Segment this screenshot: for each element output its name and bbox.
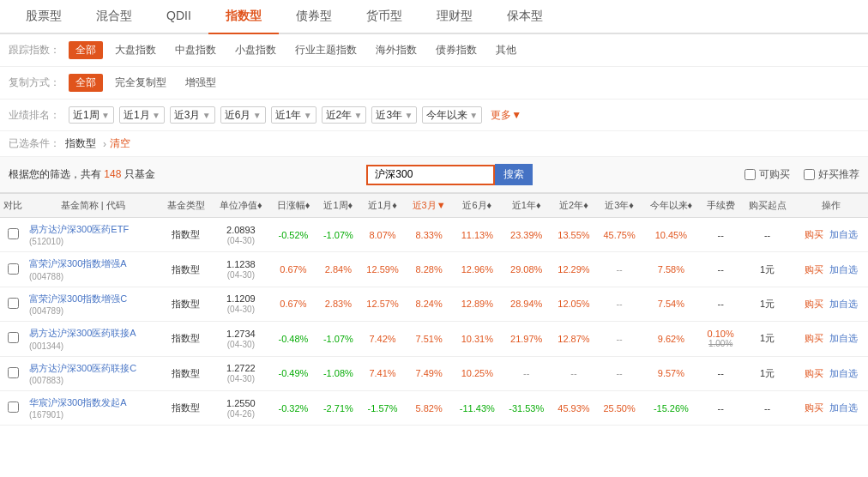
tab-index[interactable]: 指数型 (208, 0, 279, 34)
compare-checkbox-1[interactable] (8, 263, 19, 275)
add-watchlist-link[interactable]: 加自选 (829, 402, 858, 413)
recommend-label: 好买推荐 (818, 167, 859, 182)
buy-link[interactable]: 购买 (805, 402, 823, 413)
buyable-check[interactable]: 可购买 (744, 167, 790, 182)
replication-all-btn[interactable]: 全部 (69, 74, 103, 92)
compare-checkbox-2[interactable] (8, 298, 19, 309)
m3-cell: 7.51% (406, 322, 453, 356)
add-watchlist-link[interactable]: 加自选 (829, 333, 858, 343)
th-1w[interactable]: 近1周♦ (316, 194, 359, 218)
compare-checkbox-cell[interactable] (0, 287, 26, 321)
compare-checkbox-5[interactable] (8, 402, 19, 413)
period-6m-select[interactable]: 近6月 ▼ (220, 106, 266, 124)
add-watchlist-link[interactable]: 加自选 (829, 299, 858, 309)
compare-checkbox-4[interactable] (8, 367, 19, 378)
fund-name-cell: 易方达沪深300医药联接A (001344) (26, 322, 160, 356)
buyable-checkbox[interactable] (744, 169, 756, 180)
fund-code: (004789) (29, 306, 63, 316)
tracking-mid-btn[interactable]: 中盘指数 (168, 41, 223, 59)
th-compare: 对比 (0, 194, 26, 218)
period-6m-dropdown[interactable]: 近6月 (225, 109, 251, 121)
period-3m-select[interactable]: 近3月 ▼ (170, 106, 215, 124)
buy-link[interactable]: 购买 (805, 368, 823, 378)
fund-name-cell: 易方达沪深300医药联接C (007883) (26, 356, 160, 390)
search-button[interactable]: 搜索 (495, 164, 533, 185)
compare-checkbox-cell[interactable] (0, 390, 26, 425)
replication-row: 复制方式： 全部 完全复制型 增强型 (0, 67, 868, 100)
add-watchlist-link[interactable]: 加自选 (829, 368, 858, 378)
fund-name-link[interactable]: 富荣沪深300指数增强C (29, 293, 127, 304)
m3-cell: 7.49% (406, 356, 453, 390)
tracking-small-btn[interactable]: 小盘指数 (228, 41, 283, 59)
th-6m[interactable]: 近6月♦ (453, 194, 502, 218)
tracking-other-btn[interactable]: 其他 (489, 41, 523, 59)
th-ytd[interactable]: 今年以来♦ (642, 194, 701, 218)
th-3y[interactable]: 近3年♦ (597, 194, 642, 218)
tracking-sector-btn[interactable]: 行业主题指数 (288, 41, 364, 59)
th-day-change[interactable]: 日涨幅♦ (270, 194, 317, 218)
tab-mixed[interactable]: 混合型 (79, 0, 149, 33)
compare-checkbox-cell[interactable] (0, 356, 26, 390)
period-1w-select[interactable]: 近1周 ▼ (69, 106, 114, 124)
fund-type-cell: 指数型 (160, 390, 212, 425)
fund-name-link[interactable]: 易方达沪深300医药联接C (29, 363, 136, 373)
tracking-large-btn[interactable]: 大盘指数 (108, 41, 163, 59)
period-3y-dropdown[interactable]: 近3年 (376, 109, 402, 121)
action-cell: 购买 加自选 (793, 322, 868, 356)
compare-checkbox-cell[interactable] (0, 252, 26, 287)
fund-name-link[interactable]: 易方达沪深300医药ETF (29, 224, 129, 234)
tab-stock[interactable]: 股票型 (9, 0, 79, 33)
period-1m-dropdown[interactable]: 近1月 (124, 109, 150, 121)
buy-link[interactable]: 购买 (805, 299, 823, 309)
tracking-bond-btn[interactable]: 债券指数 (429, 41, 484, 59)
period-3m-dropdown[interactable]: 近3月 (174, 109, 201, 121)
period-1y-dropdown[interactable]: 近1年 (275, 109, 302, 121)
tab-currency[interactable]: 货币型 (349, 0, 419, 33)
tracking-overseas-btn[interactable]: 海外指数 (369, 41, 424, 59)
recommend-checkbox[interactable] (804, 169, 815, 180)
th-nav[interactable]: 单位净值♦ (212, 194, 270, 218)
tab-financial[interactable]: 理财型 (419, 0, 490, 33)
th-1y[interactable]: 近1年♦ (502, 194, 551, 218)
tab-capital[interactable]: 保本型 (490, 0, 560, 33)
fund-name-link[interactable]: 易方达沪深300医药联接A (29, 328, 136, 338)
period-1w-dropdown[interactable]: 近1周 (73, 109, 99, 121)
tab-qdii[interactable]: QDII (149, 0, 208, 33)
fund-name-link[interactable]: 华宸沪深300指数发起A (29, 397, 127, 408)
compare-checkbox-cell[interactable] (0, 218, 26, 252)
compare-checkbox-3[interactable] (8, 332, 19, 343)
replication-full-btn[interactable]: 完全复制型 (108, 74, 173, 92)
th-2y[interactable]: 近2年♦ (551, 194, 596, 218)
buy-link[interactable]: 购买 (805, 229, 823, 239)
compare-checkbox-cell[interactable] (0, 322, 26, 356)
period-1m-select[interactable]: 近1月 ▼ (119, 106, 165, 124)
fund-name-link[interactable]: 富荣沪深300指数增强A (29, 258, 127, 269)
period-3y-select[interactable]: 近3年 ▼ (371, 106, 417, 124)
nav-cell: 1.1238 (04-30) (212, 252, 270, 287)
period-ytd-select[interactable]: 今年以来 ▼ (422, 106, 482, 124)
y1-cell: -31.53% (502, 390, 551, 425)
period-ytd-dropdown[interactable]: 今年以来 (426, 109, 467, 121)
buy-link[interactable]: 购买 (805, 264, 823, 275)
tab-bond[interactable]: 债券型 (279, 0, 349, 33)
replication-enhanced-btn[interactable]: 增强型 (178, 74, 223, 92)
search-input[interactable] (366, 165, 495, 185)
y2-cell: -- (551, 356, 596, 390)
add-watchlist-link[interactable]: 加自选 (829, 264, 858, 275)
buy-link[interactable]: 购买 (805, 333, 823, 343)
y1-cell: 29.08% (502, 252, 551, 287)
more-btn[interactable]: 更多▼ (491, 108, 521, 123)
nav-date: (04-30) (227, 236, 255, 245)
period-1y-select[interactable]: 近1年 ▼ (271, 106, 316, 124)
th-1m[interactable]: 近1月♦ (359, 194, 405, 218)
period-2y-select[interactable]: 近2年 ▼ (322, 106, 367, 124)
tracking-all-btn[interactable]: 全部 (69, 41, 103, 59)
m6-cell: 11.13% (453, 218, 502, 252)
compare-checkbox-0[interactable] (8, 228, 19, 239)
recommend-check[interactable]: 好买推荐 (804, 167, 859, 182)
y2-cell: 12.29% (551, 252, 596, 287)
clear-conditions-btn[interactable]: 清空 (110, 136, 130, 151)
period-2y-dropdown[interactable]: 近2年 (326, 109, 353, 121)
add-watchlist-link[interactable]: 加自选 (829, 229, 858, 239)
th-3m[interactable]: 近3月▼ (406, 194, 453, 218)
